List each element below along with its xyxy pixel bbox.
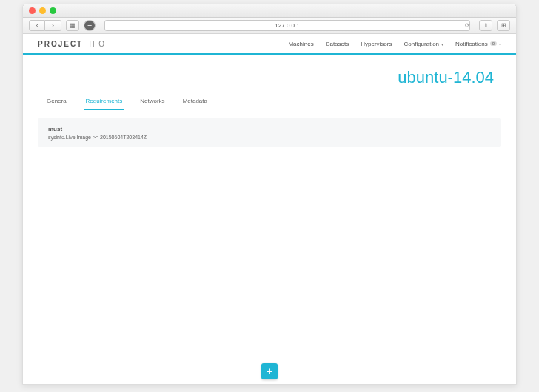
nav-back-forward: ‹ › (29, 20, 61, 31)
reload-icon[interactable]: ⟳ (465, 22, 470, 29)
requirement-panel: must sysinfo.Live Image >= 20150604T2034… (38, 118, 501, 147)
tab-networks[interactable]: Networks (138, 95, 166, 110)
reader-button[interactable]: ☰ (84, 20, 96, 31)
tab-general[interactable]: General (45, 95, 69, 110)
back-button[interactable]: ‹ (29, 20, 45, 31)
requirement-text: sysinfo.Live Image >= 20150604T203414Z (48, 135, 491, 140)
brand-logo[interactable]: PROJECTFIFO (38, 40, 106, 48)
tabs: General Requirements Networks Metadata (23, 95, 516, 111)
tabs-button[interactable]: ⊞ (497, 20, 510, 31)
nav-hypervisors[interactable]: Hypervisors (361, 41, 392, 47)
address-bar[interactable]: 127.0.0.1 ⟳ (104, 20, 470, 31)
app-navbar: PROJECTFIFO Machines Datasets Hypervisor… (23, 34, 516, 55)
nav-links: Machines Datasets Hypervisors Configurat… (288, 41, 501, 47)
nav-datasets[interactable]: Datasets (326, 41, 349, 47)
notif-badge: 0 (490, 41, 497, 46)
caret-down-icon: ▾ (441, 41, 443, 47)
window-maximize-button[interactable] (50, 7, 56, 14)
share-button[interactable]: ⇧ (479, 20, 492, 31)
sidebar-toggle[interactable]: ▦ (66, 20, 79, 31)
add-button[interactable]: + (261, 363, 278, 379)
nav-machines[interactable]: Machines (288, 41, 313, 47)
page-title: ubuntu-14.04 (23, 55, 516, 95)
page-content: PROJECTFIFO Machines Datasets Hypervisor… (23, 34, 516, 384)
caret-down-icon: ▾ (499, 41, 501, 47)
window-minimize-button[interactable] (39, 7, 46, 14)
browser-toolbar: ‹ › ▦ ☰ 127.0.0.1 ⟳ ⇧ ⊞ (23, 18, 516, 34)
forward-button[interactable]: › (45, 20, 61, 31)
nav-configuration[interactable]: Configuration▾ (404, 41, 443, 47)
browser-window: ‹ › ▦ ☰ 127.0.0.1 ⟳ ⇧ ⊞ PROJECTFIFO Mach… (22, 4, 517, 385)
tab-metadata[interactable]: Metadata (181, 95, 209, 110)
url-text: 127.0.0.1 (275, 22, 299, 29)
tab-requirements[interactable]: Requirements (84, 95, 124, 110)
window-titlebar (23, 4, 516, 18)
requirement-label: must (48, 126, 491, 132)
window-close-button[interactable] (29, 7, 36, 14)
brand-part2: FIFO (83, 40, 106, 48)
nav-notifications[interactable]: Notifications0▾ (455, 41, 501, 47)
brand-part1: PROJECT (38, 40, 83, 48)
